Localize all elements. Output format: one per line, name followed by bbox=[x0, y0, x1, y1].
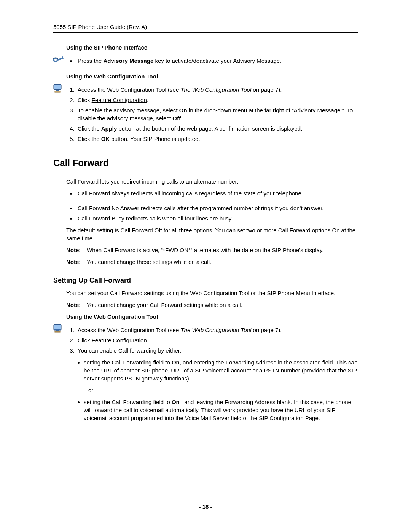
su-step-3: You can enable Call forwarding by either… bbox=[76, 347, 358, 355]
svg-rect-7 bbox=[55, 91, 60, 92]
page-header: 5055 SIP Phone User Guide (Rev. A) bbox=[53, 23, 358, 31]
web-step-2: Click Feature Configuration. bbox=[76, 96, 358, 104]
monitor-icon bbox=[53, 324, 63, 334]
svg-rect-11 bbox=[55, 331, 60, 332]
svg-point-1 bbox=[54, 59, 57, 61]
web-step-5: Click the OK button. Your SIP Phone is u… bbox=[76, 135, 358, 143]
page-number: - 18 - bbox=[0, 503, 411, 511]
web-step-3: To enable the advisory message, select O… bbox=[76, 106, 358, 122]
web-config-heading-1: Using the Web Configuration Tool bbox=[66, 72, 358, 80]
web-step-4: Click the Apply button at the bottom of … bbox=[76, 125, 358, 133]
cf-bullet-always: Call Forward Always redirects all incomi… bbox=[76, 189, 358, 197]
sip-bullet-advisory: Press the Advisory Message key to activa… bbox=[76, 57, 358, 65]
call-forward-rule bbox=[53, 171, 358, 171]
feature-config-link[interactable]: Feature Configuration bbox=[92, 97, 147, 103]
header-rule bbox=[53, 32, 358, 33]
cf-default: The default setting is Call Forward Off … bbox=[66, 226, 358, 242]
su-sub-2: setting the Call Forwarding field to On … bbox=[84, 398, 358, 422]
cf-note-1: Note: When Call Forward is active, “*FWD… bbox=[66, 246, 358, 254]
call-forward-heading: Call Forward bbox=[53, 157, 358, 169]
feature-config-link[interactable]: Feature Configuration bbox=[92, 337, 147, 343]
cf-bullet-busy: Call Forward Busy redirects calls when a… bbox=[76, 214, 358, 222]
su-intro: You can set your Call Forward settings u… bbox=[66, 289, 358, 297]
cf-intro: Call Forward lets you redirect incoming … bbox=[66, 177, 358, 185]
setting-up-heading: Setting Up Call Forward bbox=[53, 276, 358, 285]
svg-rect-9 bbox=[54, 325, 61, 329]
cf-note-2: Note: You cannot change these settings w… bbox=[66, 258, 358, 266]
su-step-2: Click Feature Configuration. bbox=[76, 336, 358, 344]
or-text: or bbox=[88, 386, 358, 394]
web-step-1: Access the Web Configuration Tool (see T… bbox=[76, 86, 358, 94]
cf-bullet-noanswer: Call Forward No Answer redirects calls a… bbox=[76, 204, 358, 212]
su-note: Note: You cannot change your Call Forwar… bbox=[66, 301, 358, 309]
monitor-icon bbox=[53, 83, 63, 93]
su-sub-1: setting the Call Forwarding field to On,… bbox=[84, 358, 358, 382]
su-step-1: Access the Web Configuration Tool (see T… bbox=[76, 326, 358, 334]
web-config-heading-2: Using the Web Configuration Tool bbox=[66, 313, 358, 321]
key-icon bbox=[53, 54, 64, 64]
svg-rect-5 bbox=[54, 85, 61, 89]
sip-phone-interface-heading: Using the SIP Phone Interface bbox=[66, 43, 358, 51]
